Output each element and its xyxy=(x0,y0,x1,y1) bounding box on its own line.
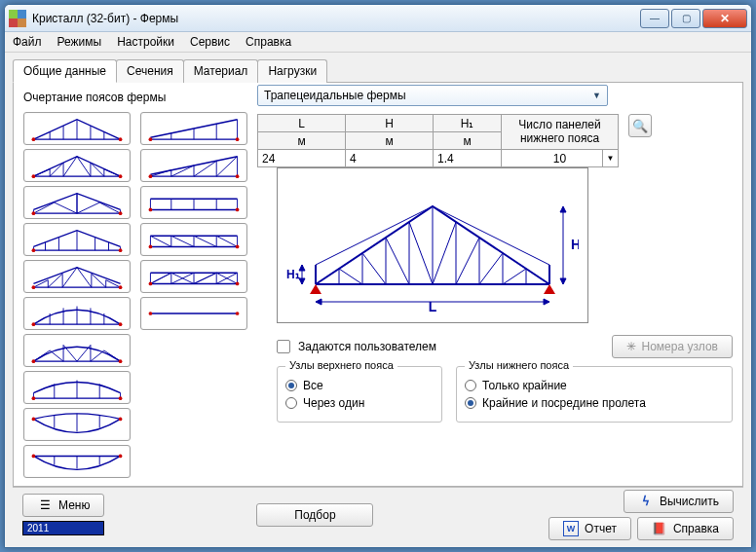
truss-thumb-8[interactable] xyxy=(23,371,131,404)
chevron-down-icon[interactable]: ▼ xyxy=(602,150,618,166)
bottom-bar: ☰ Меню 2011 Подбор ϟ Вычислить W Отчет xyxy=(13,487,743,541)
truss-thumb-16[interactable] xyxy=(140,297,247,330)
tab-material[interactable]: Материал xyxy=(183,59,259,83)
truss-thumb-4[interactable] xyxy=(23,223,131,256)
app-icon xyxy=(9,10,26,27)
upper-nodes-legend: Узлы верхнего пояса xyxy=(285,359,397,371)
tab-general[interactable]: Общие данные xyxy=(13,59,117,83)
node-numbers-button[interactable]: ✳ Номера узлов xyxy=(612,335,734,358)
svg-point-78 xyxy=(149,208,153,212)
truss-thumb-2[interactable] xyxy=(23,149,131,182)
svg-point-46 xyxy=(32,396,36,400)
menu-button[interactable]: ☰ Меню xyxy=(22,494,104,517)
svg-line-99 xyxy=(386,238,409,284)
tab-loads[interactable]: Нагрузки xyxy=(257,59,327,83)
menu-modes[interactable]: Режимы xyxy=(57,35,102,49)
user-defined-checkbox[interactable] xyxy=(277,340,290,353)
svg-point-90 xyxy=(236,312,240,315)
svg-text:H: H xyxy=(571,237,579,252)
truss-thumb-1[interactable] xyxy=(23,112,131,145)
menu-service[interactable]: Сервис xyxy=(190,35,230,49)
truss-thumb-11[interactable] xyxy=(140,112,247,145)
truss-thumb-3[interactable] xyxy=(23,186,131,219)
menu-help[interactable]: Справка xyxy=(246,35,291,49)
svg-point-57 xyxy=(32,455,36,459)
svg-text:L: L xyxy=(429,299,437,313)
titlebar[interactable]: Кристалл (32-бит) - Фермы — ▢ ✕ xyxy=(5,5,751,32)
svg-point-82 xyxy=(149,245,153,249)
svg-line-108 xyxy=(479,253,503,284)
col-H1: H₁ xyxy=(434,115,502,132)
value-L[interactable]: 24 xyxy=(258,150,346,167)
truss-thumb-9[interactable] xyxy=(23,408,131,441)
parameter-table: L H H₁ Число панелейнижнего пояса м м м xyxy=(257,114,619,167)
svg-line-97 xyxy=(362,253,386,284)
upper-all-radio[interactable] xyxy=(285,380,297,391)
tab-pane: Очертание поясов фермы xyxy=(13,82,743,487)
menu-settings[interactable]: Настройки xyxy=(117,35,174,49)
svg-point-14 xyxy=(32,211,36,215)
svg-point-10 xyxy=(119,174,123,178)
truss-thumb-13[interactable] xyxy=(140,186,247,219)
svg-point-69 xyxy=(149,174,153,178)
lower-nodes-legend: Узлы нижнего пояса xyxy=(465,359,573,371)
upper-alt-radio[interactable] xyxy=(285,397,297,409)
report-button[interactable]: W Отчет xyxy=(548,517,631,540)
close-button[interactable]: ✕ xyxy=(702,9,747,28)
svg-point-9 xyxy=(32,174,36,178)
svg-line-106 xyxy=(456,238,479,284)
truss-thumb-15[interactable] xyxy=(140,260,247,293)
word-icon: W xyxy=(563,521,579,536)
svg-point-25 xyxy=(119,248,123,252)
value-H1[interactable]: 1.4 xyxy=(434,150,502,167)
svg-marker-111 xyxy=(310,284,321,294)
svg-point-47 xyxy=(119,396,123,400)
svg-point-36 xyxy=(119,322,123,326)
svg-point-15 xyxy=(119,211,123,215)
chevron-down-icon: ▼ xyxy=(592,91,601,100)
lower-ends-radio[interactable] xyxy=(465,380,476,391)
svg-marker-121 xyxy=(299,278,305,284)
svg-point-87 xyxy=(236,282,240,286)
tabstrip: Общие данные Сечения Материал Нагрузки xyxy=(13,58,743,82)
svg-line-110 xyxy=(503,269,526,284)
svg-point-39 xyxy=(119,359,123,363)
svg-point-51 xyxy=(32,418,36,422)
svg-line-104 xyxy=(433,222,456,284)
calculate-button[interactable]: ϟ Вычислить xyxy=(624,490,734,513)
svg-point-6 xyxy=(32,137,36,141)
truss-thumb-10[interactable] xyxy=(23,445,131,478)
truss-thumb-12[interactable] xyxy=(140,149,247,182)
truss-type-combo[interactable]: Трапецеидальные фермы ▼ xyxy=(257,85,608,106)
svg-text:H₁: H₁ xyxy=(286,268,300,281)
zoom-button[interactable]: 🔍 xyxy=(628,114,652,137)
left-column: Очертание поясов фермы xyxy=(23,91,247,478)
value-H[interactable]: 4 xyxy=(346,150,434,167)
truss-thumb-7[interactable] xyxy=(23,334,131,367)
truss-diagram: L H H₁ xyxy=(277,167,588,323)
value-panels[interactable]: 10 ▼ xyxy=(502,150,619,167)
svg-point-7 xyxy=(119,137,123,141)
lower-mid-radio[interactable] xyxy=(465,397,476,409)
upper-nodes-group: Узлы верхнего пояса Все Через один xyxy=(277,366,442,423)
minimize-button[interactable]: — xyxy=(640,9,669,28)
svg-marker-115 xyxy=(544,299,549,305)
svg-point-28 xyxy=(119,285,123,289)
truss-thumb-6[interactable] xyxy=(23,297,131,330)
lower-nodes-group: Узлы нижнего пояса Только крайние Крайни… xyxy=(456,366,733,423)
truss-thumb-5[interactable] xyxy=(23,260,131,293)
nodes-icon: ✳ xyxy=(626,340,636,353)
svg-marker-120 xyxy=(299,265,305,271)
right-panel: Трапецеидальные фермы ▼ L H H₁ Число пан… xyxy=(257,91,733,478)
svg-point-89 xyxy=(149,312,153,315)
list-icon: ☰ xyxy=(37,497,53,513)
podbor-button[interactable]: Подбор xyxy=(256,503,373,527)
maximize-button[interactable]: ▢ xyxy=(671,9,700,28)
svg-point-70 xyxy=(236,174,240,178)
unit-L: м xyxy=(258,132,346,150)
tab-sections[interactable]: Сечения xyxy=(116,59,184,83)
help-button[interactable]: 📕 Справка xyxy=(637,517,734,540)
col-panels: Число панелейнижнего пояса xyxy=(502,115,619,150)
truss-thumb-14[interactable] xyxy=(140,223,247,256)
menu-file[interactable]: Файл xyxy=(13,35,42,49)
